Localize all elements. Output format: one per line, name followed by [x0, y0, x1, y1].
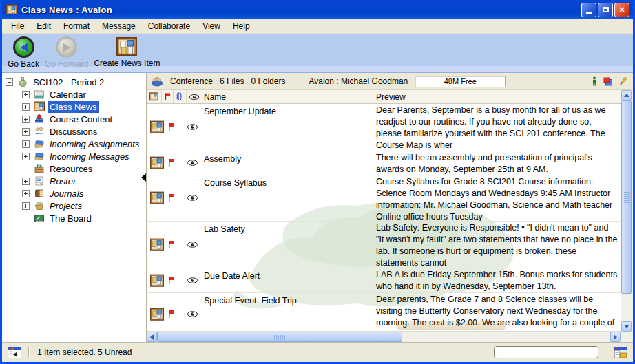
tree-item-discussions[interactable]: Discussions	[2, 125, 146, 138]
scroll-down-button[interactable]	[621, 321, 632, 332]
menu-edit[interactable]: Edit	[30, 20, 57, 32]
tree-item-course-content[interactable]: Course Content	[2, 113, 146, 125]
expand-box[interactable]	[22, 140, 30, 148]
eye-icon[interactable]	[187, 241, 198, 248]
maximize-button[interactable]	[598, 3, 613, 17]
toolbar: Go Back Go Forward Create News Item	[2, 34, 633, 73]
tree-label[interactable]: Incoming Assignments	[48, 138, 141, 150]
go-back-button[interactable]: Go Back	[6, 36, 41, 69]
tree-item-calendar[interactable]: Calendar	[2, 88, 146, 100]
scroll-right-button[interactable]	[610, 332, 621, 342]
minimize-button[interactable]	[581, 3, 596, 17]
news-row-lab-safety[interactable]: Lab Safety Lab Safety: Everyone is Respo…	[147, 222, 621, 268]
eye-icon[interactable]	[187, 277, 198, 284]
item-name[interactable]: Special Event: Field Trip	[202, 293, 373, 331]
conference-icon	[151, 76, 163, 87]
expand-box[interactable]	[22, 190, 30, 197]
eye-icon[interactable]	[187, 194, 198, 202]
back-arrow-icon	[13, 36, 34, 58]
layers-icon[interactable]	[603, 77, 613, 86]
tree-item-resources[interactable]: Resources	[2, 162, 146, 175]
item-name[interactable]: Lab Safety	[202, 222, 373, 268]
item-name[interactable]: Course Syllabus	[202, 175, 373, 221]
tree-label[interactable]: Roster	[48, 175, 78, 187]
splitter-collapse-arrow[interactable]	[141, 173, 146, 182]
tree-label[interactable]: Journals	[48, 188, 85, 200]
eye-icon[interactable]	[187, 123, 198, 131]
list-column-headers: Name Preview	[147, 90, 621, 104]
column-name[interactable]: Name	[202, 90, 373, 103]
menu-message[interactable]: Message	[96, 20, 142, 32]
tree-item-roster[interactable]: Roster	[2, 175, 146, 187]
column-item-icon[interactable]	[147, 90, 162, 103]
news-row-assembly[interactable]: Assembly There will be an assembly and p…	[147, 151, 621, 175]
expand-box[interactable]	[22, 153, 30, 160]
column-read-status eye-icon[interactable]	[187, 90, 202, 103]
vertical-scrollbar[interactable]	[621, 90, 633, 342]
pencil-icon[interactable]	[619, 76, 627, 86]
expand-box[interactable]	[22, 178, 30, 185]
expand-box[interactable]	[22, 202, 30, 210]
vertical-scroll-thumb[interactable]	[621, 100, 632, 294]
item-preview: There will be an assembly and presentati…	[373, 151, 621, 175]
menu-collaborate[interactable]: Collaborate	[142, 20, 196, 32]
expand-box[interactable]	[22, 128, 30, 136]
expand-box[interactable]	[22, 91, 30, 98]
menu-view[interactable]: View	[196, 20, 227, 32]
tree-label[interactable]: Incoming Messages	[48, 151, 132, 162]
eye-icon[interactable]	[187, 310, 198, 318]
tree-label[interactable]: Course Content	[48, 114, 114, 125]
menu-help[interactable]: Help	[227, 20, 256, 32]
tree-label[interactable]: The Board	[48, 213, 94, 224]
eye-icon[interactable]	[187, 159, 198, 167]
menu-format[interactable]: Format	[57, 20, 96, 32]
menu-bar: File Edit Format Message Collaborate Vie…	[2, 19, 633, 34]
tree-item-incoming-messages[interactable]: Incoming Messages	[2, 150, 146, 162]
person-icon[interactable]	[592, 76, 597, 86]
window-layout-icon[interactable]	[614, 347, 627, 358]
item-name[interactable]: Assembly	[202, 151, 373, 175]
create-news-item-button[interactable]: Create News Item	[92, 36, 161, 68]
scroll-left-button[interactable]	[147, 332, 157, 342]
app-bulletin-board-icon	[6, 4, 18, 15]
tree-label-selected[interactable]: Class News	[48, 101, 99, 113]
tree-item-projects[interactable]: Projects	[2, 200, 146, 212]
bulletin-board-icon	[150, 308, 164, 321]
item-name[interactable]: September Update	[202, 104, 373, 151]
item-preview: LAB A is due Friday September 15th. Bonu…	[373, 268, 621, 292]
vertical-scroll-track[interactable]	[621, 100, 633, 321]
tree-label[interactable]: Projects	[48, 200, 84, 212]
column-preview[interactable]: Preview	[373, 90, 621, 103]
menu-file[interactable]: File	[5, 20, 30, 32]
news-row-special-event-field-trip[interactable]: Special Event: Field Trip Dear parents, …	[147, 293, 621, 331]
expand-box[interactable]	[22, 103, 30, 111]
tree-item-class-news[interactable]: Class News	[2, 100, 146, 113]
column-flag flag-icon[interactable]	[162, 90, 174, 103]
news-row-september-update[interactable]: September Update Dear Parents, September…	[147, 104, 621, 151]
tree-item-journals[interactable]: Journals	[2, 187, 146, 200]
horizontal-scroll-track[interactable]	[157, 332, 610, 342]
tree-label[interactable]: Calendar	[48, 89, 88, 100]
tree-label[interactable]: Resources	[48, 163, 94, 175]
tree-label[interactable]: SCI102 - Period 2	[31, 76, 106, 88]
tree-item-sci102[interactable]: SCI102 - Period 2	[2, 76, 146, 88]
tree-item-the-board[interactable]: The Board	[2, 212, 146, 224]
go-forward-button[interactable]: Go Forward	[43, 36, 90, 69]
collapse-box[interactable]	[6, 78, 13, 86]
tree-label[interactable]: Discussions	[48, 126, 99, 138]
red-flag-icon	[167, 239, 176, 250]
horizontal-scrollbar[interactable]	[147, 331, 621, 342]
expand-box[interactable]	[22, 116, 30, 123]
scroll-up-button[interactable]	[621, 90, 632, 100]
status-bar: 1 Item selected. 5 Unread	[2, 342, 633, 362]
item-name[interactable]: Due Date Alert	[202, 268, 373, 292]
news-row-course-syllabus[interactable]: Course Syllabus Course Syllabus for Grad…	[147, 175, 621, 222]
horizontal-scroll-thumb[interactable]	[157, 332, 402, 342]
column-attachment paperclip-icon[interactable]	[174, 90, 187, 103]
tree-item-incoming-assignments[interactable]: Incoming Assignments	[2, 138, 146, 150]
app-window: Class News : Avalon × File Edit Format M…	[0, 0, 635, 364]
go-forward-label: Go Forward	[45, 59, 88, 69]
pane-view-icon[interactable]	[8, 347, 21, 358]
news-row-due-date-alert[interactable]: Due Date Alert LAB A is due Friday Septe…	[147, 268, 621, 293]
close-button[interactable]: ×	[614, 3, 629, 17]
